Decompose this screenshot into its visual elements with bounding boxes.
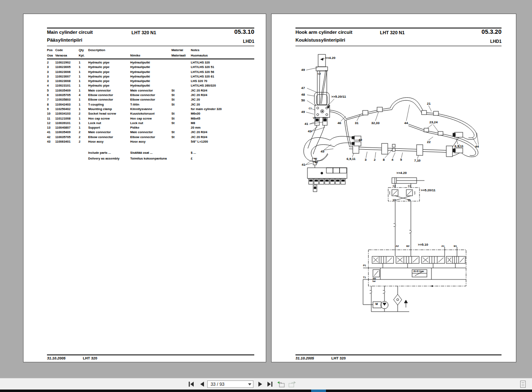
footer-rule (47, 354, 254, 355)
diagram-label: 47 (301, 87, 305, 90)
diagram-label: C2 (318, 73, 321, 75)
table-header-row-1: Pos Code Qty Description Material Notes (47, 47, 254, 53)
table-row: Delivery as assemblyToimitus kokoonpantu… (47, 156, 254, 162)
page-title-en: Main cylinder circuit (47, 30, 93, 35)
page-indicator: 33 / 93 (211, 382, 225, 387)
diagram-label: B2 (315, 161, 318, 164)
diagram-label: 49 (301, 68, 305, 72)
diagram-label: 46 (337, 122, 341, 125)
diagram-label: bar (373, 280, 376, 282)
variant-code: LHD1 (243, 39, 254, 44)
diagram-label: 4 (391, 158, 393, 162)
diagram-label: 2 (374, 158, 375, 162)
diagram-label: C1 (309, 107, 312, 110)
diagram-label: V2 (393, 199, 396, 201)
table-rows: 21100229021Hydraulic pipeHydrauliputkiLH… (47, 60, 254, 144)
diagram-label: 6,9,11 (455, 145, 464, 148)
table-row: 121100391011Lock nutLock nutStM8 (47, 121, 254, 125)
diagram-label: V1 (323, 117, 326, 119)
diagram-label: V1 (408, 199, 410, 201)
previous-view-icon (277, 380, 285, 388)
diagram-label: 44 (404, 122, 408, 125)
diagram-label: 32,33 (371, 122, 380, 125)
table-row: 31100230051Hydraulic pipeHydrauliputkiLH… (47, 65, 254, 69)
table-row: 131100408071SupportPidike20 mm (47, 125, 254, 130)
table-row: 71100358031Elbow connectorElbow connecto… (47, 97, 254, 102)
table-row: 421100357052Elbow connectorElbow connect… (47, 135, 254, 139)
table-row: 111101210081Hex cap screwHex cap screwSt… (47, 116, 254, 121)
hydraulic-diagram: >>4.2049C2474850>>5.20/11C149V2V14143463… (272, 14, 516, 362)
diagram-label: 23,24 (429, 121, 438, 124)
table-row: 31100230071Hydraulic pipeHydrauliputkiLH… (47, 74, 254, 79)
page-model: LHT 320 N1 (131, 30, 156, 35)
diagram-label: V2 (313, 117, 316, 119)
table-header: Pos Code Qty Description Material Notes … (47, 47, 254, 58)
page-number-combo[interactable]: 33 / 93 (207, 380, 253, 388)
footer-model: LHT 320 (83, 356, 97, 360)
table-row: 41100231011Hydraulic pipeHydrauliputkiLH… (47, 83, 254, 88)
diagram-label: 3 (365, 158, 366, 162)
table-row: 101100341032Socket head screwKuusiokolor… (47, 111, 254, 116)
table-row: 411100354092Male connectorMale connector… (47, 130, 254, 134)
previous-page-button[interactable] (197, 380, 206, 388)
next-view-button[interactable] (288, 380, 297, 388)
table-row: 431100634012Hose assyHose assy5/8" L=120… (47, 139, 254, 144)
table-row: 21100229021Hydraulic pipeHydrauliputkiLH… (47, 60, 254, 65)
table-row: 31100230061Hydraulic pipeHydrauliputkiLH… (47, 70, 254, 74)
diagram-label: 49 (301, 110, 305, 114)
last-page-button[interactable] (265, 380, 274, 388)
table-header-rule (47, 59, 254, 59)
last-page-icon (267, 381, 273, 387)
section-code: 05.3.10 (234, 28, 254, 35)
diagram-label: A2 (396, 245, 399, 247)
page-title-fi: Pääsylinteripiiri (47, 38, 82, 42)
table-row: 91102504021Mounting clampKiinnitysvannef… (47, 107, 254, 111)
previous-view-button[interactable] (277, 380, 286, 388)
page-right: Hook arm cylinder circuit LHT 320 N1 05.… (271, 14, 516, 362)
next-view-icon (288, 380, 296, 388)
diagram-label: C2 (393, 185, 396, 187)
diagram-label: 21 (427, 102, 431, 106)
header-rule-top (47, 28, 254, 28)
diagram-label: A1 (441, 245, 445, 247)
next-page-icon (258, 381, 263, 387)
viewer-toolbar: 33 / 93 (0, 378, 532, 390)
footer-date: 31.10.2005 (47, 356, 66, 360)
table-row: 51100354091Male connectorMale connectorS… (47, 88, 254, 93)
taskbar-strip (0, 390, 532, 392)
header-rule-mid (47, 46, 254, 46)
first-page-icon (188, 381, 195, 387)
diagram-label: 45 (321, 150, 324, 153)
diagram-label: 31 (355, 122, 359, 125)
diagram-label: >>5.10 (418, 243, 428, 246)
table-header-row-2: Osa Varaosa Kpl. Nimike Materiaali Huoma… (47, 53, 254, 58)
diagram-label: B1 (454, 245, 457, 247)
diagram-label: 48 (301, 93, 305, 96)
diagram-label: C1 (408, 185, 411, 187)
diagram-label: 41 (305, 122, 308, 126)
diagram-label: P1 (363, 264, 366, 267)
first-page-button[interactable] (187, 380, 196, 388)
page-options-icon (520, 380, 526, 388)
chevron-down-icon (248, 383, 251, 385)
diagram-label: 41 (302, 163, 305, 167)
diagram-label: >>4.20 (396, 171, 407, 175)
diagram-label: 6,9,11 (347, 157, 356, 161)
diagram-label: T1 (363, 276, 366, 279)
diagram-label: >>5.20/11 (421, 189, 436, 192)
diagram-label: A2 (314, 157, 317, 160)
diagram-label: 22 (427, 141, 431, 144)
diagram-label: >>5.20/11 (331, 95, 346, 99)
diagram-label: >>4.20 (325, 56, 335, 60)
taskbar-active-app[interactable] (311, 390, 326, 392)
table-notes: Include parts ...Sisältää osat ...$ ...D… (47, 150, 254, 162)
page-left: Main cylinder circuit LHT 320 N1 05.3.10… (23, 14, 266, 362)
diagram-label: 5 (400, 158, 402, 162)
diagram-label: 42 (359, 138, 362, 142)
diagram-label: B2 (406, 245, 410, 247)
table-row: Include parts ...Sisältää osat ...$ ... (47, 150, 254, 156)
page-options-button[interactable] (518, 380, 527, 388)
diagram-label: M (375, 303, 378, 305)
diagram-label: 28-45 l/min (413, 270, 424, 272)
next-page-button[interactable] (256, 380, 265, 388)
